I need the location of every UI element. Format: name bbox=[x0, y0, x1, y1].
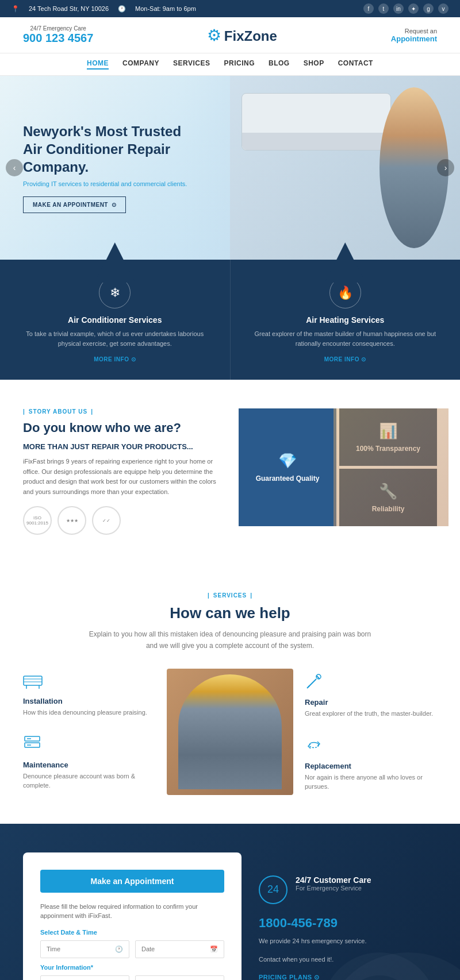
heating-service-icon: 🔥 bbox=[329, 277, 361, 308]
info-label: Your Information* bbox=[40, 964, 224, 971]
hero-next-button[interactable]: › bbox=[437, 159, 454, 176]
clock-icon: 🕐 bbox=[118, 5, 126, 13]
installation-icon bbox=[23, 673, 43, 693]
logo-text[interactable]: FixZone bbox=[224, 28, 277, 44]
hero-cta-label: MAKE AN APPOINTMENT bbox=[33, 202, 108, 208]
hero-headline-text: Newyork's Most Trusted bbox=[23, 124, 181, 139]
svg-line-12 bbox=[307, 686, 309, 688]
care-subtitle: For Emergency Service bbox=[296, 885, 371, 892]
address-icon: 📍 bbox=[12, 5, 20, 13]
social-facebook[interactable]: f bbox=[363, 3, 374, 14]
cert-2: ★★★ bbox=[57, 506, 86, 535]
care-text: 24/7 Customer Care For Emergency Service bbox=[296, 875, 371, 892]
top-bar-left: 📍 24 Tech Road Str, NY 10026 🕐 Mon-Sat: … bbox=[12, 5, 196, 13]
hero-headline: Newyork's Most Trusted Air Conditioner R… bbox=[23, 122, 187, 176]
logo-icon: ⚙ bbox=[207, 26, 221, 44]
clock-icon: 🕐 bbox=[115, 946, 123, 953]
nav-services[interactable]: SERVICES bbox=[173, 59, 210, 70]
guaranteed-icon: 💎 bbox=[278, 452, 297, 470]
ac-service-desc: To take a trivial example, which of us e… bbox=[17, 329, 213, 348]
time-field[interactable]: 🕐 bbox=[40, 940, 129, 958]
pricing-label: PRICING PLANS bbox=[259, 974, 312, 980]
hero-content: Newyork's Most Trusted Air Conditioner R… bbox=[0, 99, 210, 237]
nav-home[interactable]: HOME bbox=[87, 59, 109, 70]
appointment-section: Make an Appointment Please fill the belo… bbox=[0, 824, 460, 980]
social-twitter[interactable]: t bbox=[378, 3, 389, 14]
service-card-ac: ❄ Air Conditioner Services To take a tri… bbox=[0, 260, 230, 380]
name-address-row bbox=[40, 975, 224, 980]
hero-prev-button[interactable]: ‹ bbox=[6, 159, 23, 176]
about-bg-image bbox=[334, 408, 448, 526]
nav-company[interactable]: COMPANY bbox=[122, 59, 159, 70]
service-installation: Installation How this idea denouncing pl… bbox=[23, 673, 155, 717]
certifications: ISO9001:2015 ★★★ ✓✓ bbox=[23, 506, 221, 535]
name-field[interactable] bbox=[40, 975, 129, 980]
emergency-label: 24/7 Emergency Care bbox=[23, 25, 93, 32]
date-field[interactable]: 📅 bbox=[135, 940, 224, 958]
social-vine[interactable]: v bbox=[438, 3, 448, 14]
svg-rect-5 bbox=[25, 736, 40, 741]
nav-shop[interactable]: SHOP bbox=[304, 59, 324, 70]
svg-line-9 bbox=[308, 679, 316, 687]
request-label: Request an bbox=[391, 28, 437, 34]
replacement-desc: Nor again is there anyone all who loves … bbox=[305, 773, 437, 792]
address-text: 24 Tech Road Str, NY 10026 bbox=[29, 5, 109, 12]
svg-rect-0 bbox=[24, 676, 42, 685]
ac-unit-graphic bbox=[241, 93, 391, 151]
care-desc-1: We provide 24 hrs emergency service. bbox=[259, 936, 437, 946]
ac-service-icon: ❄ bbox=[99, 277, 131, 308]
social-google[interactable]: g bbox=[423, 3, 434, 14]
hero-cta-button[interactable]: MAKE AN APPOINTMENT ⊙ bbox=[23, 196, 126, 213]
hero-section: ‹ Newyork's Most Trusted Air Conditioner… bbox=[0, 76, 460, 260]
hero-image bbox=[184, 76, 460, 260]
time-input[interactable] bbox=[47, 946, 115, 952]
service-maintenance: Maintenance Denounce pleasure account wa… bbox=[23, 735, 155, 790]
about-left: STORY ABOUT US Do you know who we are? M… bbox=[23, 408, 221, 535]
help-section: SERVICES How can we help Explain to you … bbox=[0, 564, 460, 823]
worker-graphic bbox=[178, 674, 282, 789]
nav-blog[interactable]: BLOG bbox=[269, 59, 290, 70]
services-right-column: Repair Great explorer of the truth, the … bbox=[305, 672, 437, 792]
date-time-row: 🕐 📅 bbox=[40, 940, 224, 958]
hero-bg-placeholder bbox=[230, 76, 460, 260]
social-links: f t in ✦ g v bbox=[363, 3, 448, 14]
header-appointment: Request an Appointment bbox=[391, 28, 437, 43]
service-replacement: Replacement Nor again is there anyone al… bbox=[305, 736, 437, 792]
date-time-label: Select Date & Time bbox=[40, 929, 224, 936]
care-phone[interactable]: 1800-456-789 bbox=[259, 916, 437, 931]
date-input[interactable] bbox=[141, 946, 210, 952]
social-linkedin[interactable]: in bbox=[393, 3, 404, 14]
header-phone[interactable]: 900 123 4567 bbox=[23, 32, 93, 45]
hero-bold-text: Air Conditioner bbox=[23, 141, 124, 157]
cert-iso: ISO9001:2015 bbox=[23, 506, 52, 535]
heating-service-title: Air Heating Services bbox=[248, 315, 443, 325]
cert-check: ✓✓ bbox=[92, 506, 121, 535]
service-center-image bbox=[167, 669, 293, 795]
installation-title: Installation bbox=[23, 697, 63, 705]
repair-desc: Great explorer of the truth, the master-… bbox=[305, 709, 433, 719]
maintenance-title: Maintenance bbox=[23, 761, 68, 769]
hero-subtitle: Providing IT services to residential and… bbox=[23, 180, 187, 187]
care-icon: 24 bbox=[259, 875, 288, 904]
header-contact: 24/7 Emergency Care 900 123 4567 bbox=[23, 25, 93, 45]
service-card-heating: 🔥 Air Heating Services Great explorer of… bbox=[230, 260, 461, 380]
nav-pricing[interactable]: PRICING bbox=[224, 59, 255, 70]
main-nav: HOME COMPANY SERVICES PRICING BLOG SHOP … bbox=[0, 53, 460, 76]
appointment-title[interactable]: Make an Appointment bbox=[40, 870, 224, 893]
social-rss[interactable]: ✦ bbox=[408, 3, 419, 14]
circle-arrow-icon: ⊙ bbox=[112, 202, 117, 208]
appointment-link[interactable]: Appointment bbox=[391, 34, 437, 43]
svg-rect-6 bbox=[25, 743, 40, 747]
about-subheading: MORE THAN JUST REPAIR YOUR PRODUCTS... bbox=[23, 442, 221, 451]
help-description: Explain to you how all this mistaken ide… bbox=[86, 629, 374, 651]
address-field[interactable] bbox=[135, 975, 224, 980]
about-heading: Do you know who we are? bbox=[23, 420, 221, 435]
nav-contact[interactable]: CONTACT bbox=[338, 59, 373, 70]
customer-care: 24 24/7 Customer Care For Emergency Serv… bbox=[259, 875, 437, 904]
about-label: STORY ABOUT US bbox=[23, 408, 221, 415]
service-repair: Repair Great explorer of the truth, the … bbox=[305, 672, 437, 719]
replacement-title: Replacement bbox=[305, 762, 351, 770]
appointment-description: Please fill the below required informati… bbox=[40, 902, 224, 921]
heating-more-info-button[interactable]: MORE INFO ⊙ bbox=[248, 356, 443, 362]
ac-more-info-button[interactable]: MORE INFO ⊙ bbox=[17, 356, 213, 362]
